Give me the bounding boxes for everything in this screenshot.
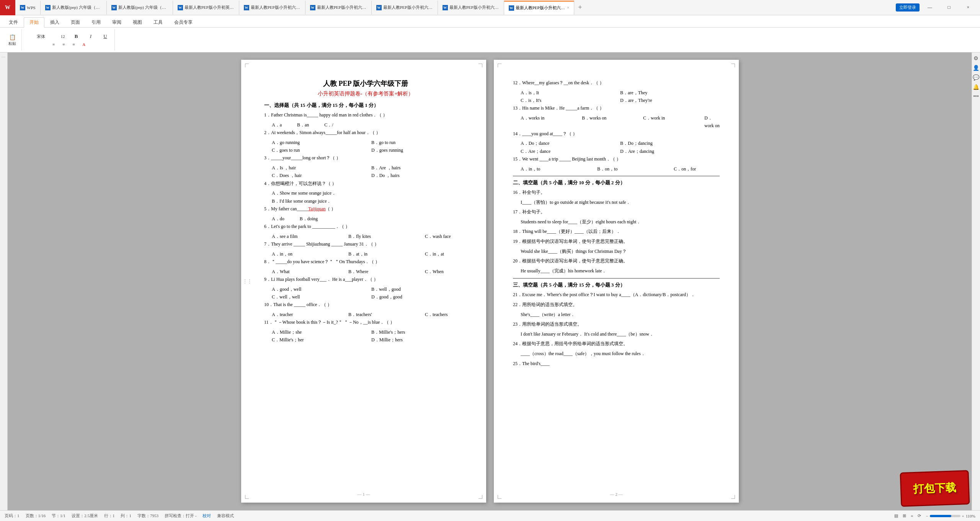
question-12: 12．Where__my glasses？__on the desk．（ ） bbox=[513, 79, 720, 87]
zoom-in-button[interactable]: + bbox=[962, 514, 964, 518]
right-sidebar: ⚙ 👤 💬 🔔 ••• bbox=[972, 52, 980, 510]
tab-5[interactable]: W 最新人教PEP版小升初六年级下册补... bbox=[305, 1, 372, 15]
corner-bl bbox=[245, 495, 249, 499]
status-spell: 拼写检查：打开 - bbox=[165, 513, 196, 519]
status-page: 页码：1 bbox=[5, 513, 20, 519]
view-mode-icon-3[interactable]: ≡ bbox=[911, 514, 913, 518]
doc-icon-4: W bbox=[244, 5, 249, 10]
italic-button[interactable]: I bbox=[84, 33, 98, 40]
ribbon-tab-page[interactable]: 页面 bbox=[65, 17, 86, 27]
view-mode-icon-2[interactable]: ⊞ bbox=[903, 513, 906, 518]
q1-options: A．aB．anC．/ bbox=[264, 121, 467, 129]
sidebar-icon-2[interactable]: 👤 bbox=[973, 65, 979, 71]
ribbon-content: 📋 粘贴 宋体 12 B I U ≡ ≡ ≡ A bbox=[0, 28, 980, 52]
login-button[interactable]: 立即登录 bbox=[896, 3, 920, 11]
q23-detail: I don't like January or February． It's c… bbox=[513, 330, 720, 339]
sidebar-icon-3[interactable]: 💬 bbox=[973, 74, 979, 81]
q12-options-2: C．is，It'sD．are，They're bbox=[513, 97, 720, 104]
question-7: 7．They arrive _____ Shijiazhuang _____ J… bbox=[264, 240, 467, 249]
ribbon-tab-member[interactable]: 会员专享 bbox=[168, 17, 198, 27]
q19-label: 19．根据括号中的汉语写出单词，使句子意思完整正确。 bbox=[513, 238, 720, 246]
font-name[interactable]: 宋体 bbox=[26, 33, 56, 40]
align-left[interactable]: ≡ bbox=[49, 42, 58, 47]
align-right[interactable]: ≡ bbox=[69, 42, 78, 47]
drag-handle-left[interactable]: ⋮⋮ bbox=[243, 279, 252, 284]
page-left: ⋮⋮ 人教 PEP 版小学六年级下册 小升初英语押题卷-（有参考答案+解析） 一… bbox=[241, 60, 486, 503]
zoom-bar: − + 110% bbox=[926, 514, 975, 518]
maximize-button[interactable]: □ bbox=[940, 0, 958, 15]
tab-2[interactable]: W 新人教版(pep) 六年级（下）小... bbox=[107, 1, 173, 15]
question-13: 13．His name is Mike．He _____a farm．（ ） bbox=[513, 104, 720, 113]
paste-button[interactable]: 📋 粘贴 bbox=[5, 33, 19, 47]
question-5: 5．My father can_____Taijiquan（ ） bbox=[264, 205, 467, 213]
doc-icon-1: W bbox=[45, 5, 51, 10]
bold-button[interactable]: B bbox=[69, 33, 83, 40]
font-size[interactable]: 12 bbox=[57, 33, 69, 39]
q9-options-2: C．well，wellD．good，good bbox=[264, 293, 467, 301]
ribbon-tab-insert[interactable]: 插入 bbox=[44, 17, 65, 27]
q8-options: A．WhatB．WhereC．When bbox=[264, 268, 467, 275]
main-content: ⋮⋮ 人教 PEP 版小学六年级下册 小升初英语押题卷-（有参考答案+解析） 一… bbox=[0, 52, 980, 510]
new-tab-button[interactable]: + bbox=[574, 2, 586, 13]
statusbar: 页码：1 页数：1/16 节：1/1 设置：2.5厘米 行：1 列：1 字数：7… bbox=[0, 510, 980, 521]
top-right-controls: 立即登录 — □ × bbox=[896, 0, 980, 15]
q12-options-1: A．is，ItB．are，They bbox=[513, 89, 720, 97]
tab-wps[interactable]: W WPS bbox=[15, 1, 41, 15]
section-divider-2 bbox=[513, 278, 720, 279]
doc-icon-7: W bbox=[443, 5, 448, 10]
q24-detail: ____（cross）the road____（safe），you must f… bbox=[513, 350, 720, 358]
status-total-pages: 页数：1/16 bbox=[26, 513, 46, 519]
download-badge[interactable]: 打包下载 bbox=[900, 470, 970, 507]
tab-6[interactable]: W 最新人教PEP版小升初六年级下册补... bbox=[372, 1, 438, 15]
ribbon-tab-view[interactable]: 视图 bbox=[127, 17, 148, 27]
q14-options-1: A．Do；danceB．Do；dancing bbox=[513, 139, 720, 147]
tab-8-active[interactable]: W 最新人教PEP版小升初六年级下册补... × bbox=[504, 1, 575, 15]
q17-label: 17．补全句子。 bbox=[513, 208, 720, 216]
corner-tr bbox=[479, 64, 482, 67]
topbar: W W WPS W 新人教版(pep) 六年级（下）小... W 新人教版(pe… bbox=[0, 0, 980, 15]
zoom-out-button[interactable]: − bbox=[926, 514, 928, 518]
status-section: 节：1/1 bbox=[52, 513, 65, 519]
underline-button[interactable]: U bbox=[98, 33, 112, 40]
q22-label: 22．用所给词的适当形式填空。 bbox=[513, 301, 720, 309]
q20-label: 20．根据括号中的汉语写出单词，使句子意思完整正确。 bbox=[513, 257, 720, 265]
q11-options-2: C．Millie's；herD．Millie；hers bbox=[264, 336, 467, 344]
q5-options: A．doB．doing bbox=[264, 215, 467, 223]
q9-options-1: A．good，wellB．well，good bbox=[264, 285, 467, 293]
q4-option-a: A．Show me some orange juice． bbox=[264, 189, 467, 197]
view-mode-icon-4[interactable]: ⟳ bbox=[918, 513, 921, 518]
q3-options-1: A．Is ，hairB．Are ，hairs bbox=[264, 164, 467, 172]
q11-options-1: A．Millie；sheB．Millie's；hers bbox=[264, 328, 467, 336]
close-button[interactable]: × bbox=[959, 0, 977, 15]
q16-label: 16．补全句子。 bbox=[513, 188, 720, 197]
question-1: 1．Father Christmas is_____ happy old man… bbox=[264, 111, 467, 120]
q2-options-2: C．goes to runD．goes running bbox=[264, 146, 467, 154]
sidebar-icon-4[interactable]: 🔔 bbox=[973, 84, 979, 90]
doc-icon-2: W bbox=[111, 5, 117, 10]
sidebar-collapse[interactable]: ⋮ bbox=[2, 55, 6, 59]
ribbon-tab-tools[interactable]: 工具 bbox=[148, 17, 168, 27]
color-btn[interactable]: A bbox=[79, 42, 88, 47]
ribbon-tab-file[interactable]: 文件 bbox=[3, 17, 24, 27]
align-center[interactable]: ≡ bbox=[59, 42, 68, 47]
view-mode-icon-1[interactable]: ▤ bbox=[894, 513, 898, 518]
status-line: 行：1 bbox=[104, 513, 115, 519]
tab-1[interactable]: W 新人教版(pep) 六年级（下）小... bbox=[41, 1, 107, 15]
tab-7[interactable]: W 最新人教PEP版小升初六年级下册补... bbox=[438, 1, 504, 15]
ribbon-tab-ref[interactable]: 引用 bbox=[86, 17, 106, 27]
sidebar-icon-5[interactable]: ••• bbox=[973, 93, 979, 100]
page-right: 12．Where__my glasses？__on the desk．（ ） A… bbox=[494, 60, 739, 503]
ribbon-tab-review[interactable]: 审阅 bbox=[106, 17, 127, 27]
question-3: 3．_____your_____long or short？（ ） bbox=[264, 154, 467, 162]
status-proofread[interactable]: 校对 bbox=[203, 513, 211, 519]
tab-4[interactable]: W 最新人教PEP版小升初六年级下册补... bbox=[239, 1, 305, 15]
q2-options-1: A．go runningB．go to run bbox=[264, 139, 467, 146]
tab-close-icon[interactable]: × bbox=[567, 5, 570, 11]
minimize-button[interactable]: — bbox=[921, 0, 939, 15]
ribbon-tab-home[interactable]: 开始 bbox=[24, 17, 44, 28]
sidebar-icon-1[interactable]: ⚙ bbox=[973, 55, 978, 62]
zoom-slider[interactable] bbox=[930, 515, 960, 517]
tab-3[interactable]: W 最新人教PEP版小升初英语试卷（1... bbox=[173, 1, 239, 15]
status-col: 列：1 bbox=[121, 513, 131, 519]
corner-br bbox=[479, 495, 482, 499]
